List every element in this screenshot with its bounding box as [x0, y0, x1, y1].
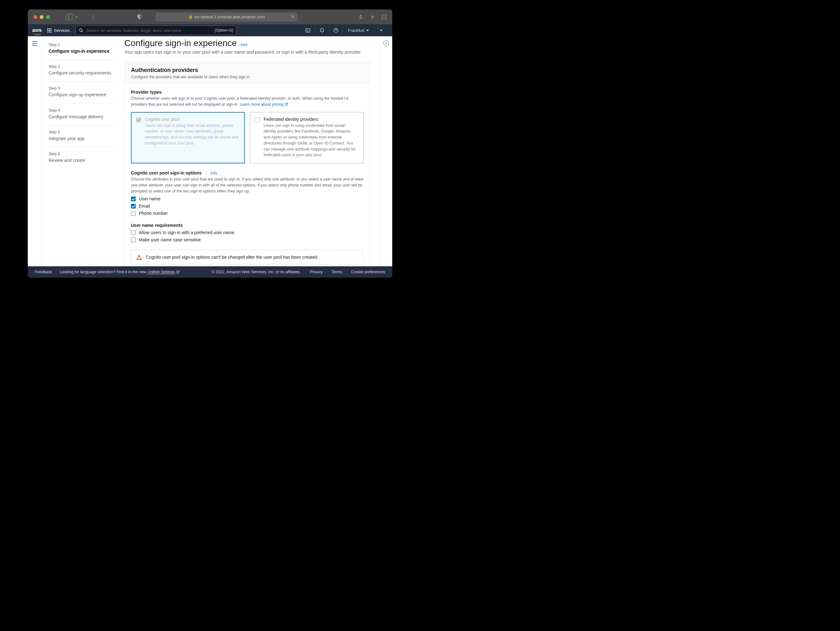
warning-icon: ! — [136, 255, 142, 260]
close-window-button[interactable] — [33, 15, 37, 19]
lock-icon: 🔒 — [188, 15, 193, 19]
tile-desc: Users can sign in using credentials from… — [264, 123, 358, 158]
page-subtitle: Your app users can sign in to your user … — [124, 49, 370, 55]
checkbox-phone[interactable]: Phone number — [131, 211, 363, 216]
sidebar-toggle-icon[interactable] — [66, 14, 73, 20]
page-info-link[interactable]: Info — [240, 42, 247, 47]
checkbox-username[interactable]: User name — [131, 196, 363, 201]
nav-forward-button: 〉 — [98, 13, 104, 21]
wizard-step-1[interactable]: Step 1 Configure sign-in experience — [49, 38, 115, 60]
reload-icon[interactable]: ⟳ — [291, 14, 294, 19]
search-input[interactable] — [86, 28, 212, 33]
wizard-step-2: Step 2 Configure security requirements — [49, 60, 115, 81]
wizard-steps: Step 1 Configure sign-in experience Step… — [49, 36, 124, 266]
provider-types-desc: Choose whether users will sign in to you… — [131, 96, 363, 107]
unified-settings-link[interactable]: Unified Settings — [147, 270, 180, 274]
address-bar-url: eu-central-1.console.aws.amazon.com — [195, 14, 265, 19]
checkbox-label: Make user name case sensitive — [139, 237, 201, 242]
copyright-text: © 2022, Amazon Web Services, Inc. or its… — [212, 270, 301, 274]
region-label: Frankfurt — [348, 28, 365, 33]
checkbox-label: Email — [139, 203, 150, 208]
warning-alert: ! Cognito user pool sign-in options can'… — [131, 250, 363, 264]
auth-providers-panel: Authentication providers Configure the p… — [124, 62, 370, 266]
language-hint: Looking for language selection? Find it … — [60, 270, 180, 274]
feedback-link[interactable]: Feedback — [35, 270, 52, 274]
help-button[interactable] — [329, 24, 343, 36]
signin-info-link[interactable]: Info — [210, 171, 218, 175]
username-requirements-title: User name requirements — [131, 223, 363, 228]
checkbox-icon — [131, 238, 136, 242]
chevron-down-icon — [366, 30, 369, 31]
tile-title: Federated identity providers — [264, 117, 358, 122]
signin-options-desc: Choose the attributes in your user pool … — [131, 177, 363, 194]
checkbox-icon — [136, 117, 141, 122]
warning-text: Cognito user pool sign-in options can't … — [146, 255, 318, 260]
cookie-preferences-link[interactable]: Cookie preferences — [351, 270, 385, 274]
checkbox-icon — [131, 197, 136, 201]
services-menu-button[interactable]: Services — [47, 28, 70, 33]
fullscreen-window-button[interactable] — [46, 15, 50, 19]
chevron-down-icon — [380, 30, 382, 31]
share-icon[interactable] — [358, 14, 363, 20]
checkbox-icon — [131, 211, 136, 216]
search-bar[interactable]: [Option+S] — [76, 25, 236, 35]
checkbox-preferred-username[interactable]: Allow users to sign in with a preferred … — [131, 230, 363, 235]
external-link-icon — [285, 102, 288, 106]
right-rail: i — [380, 36, 392, 266]
help-panel-toggle[interactable]: i — [384, 40, 389, 46]
terms-link[interactable]: Terms — [332, 270, 343, 274]
new-tab-button[interactable]: + — [371, 13, 374, 21]
wizard-step-3: Step 3 Configure sign-up experience — [49, 81, 115, 103]
cloudshell-button[interactable] — [301, 24, 315, 36]
checkbox-case-sensitive[interactable]: Make user name case sensitive — [131, 237, 363, 242]
panel-desc: Configure the providers that are availab… — [131, 75, 363, 79]
aws-logo[interactable]: aws — [32, 27, 42, 33]
checkbox-label: User name — [139, 196, 160, 201]
services-label: Services — [54, 28, 70, 33]
tile-title: Cognito user pool — [145, 117, 240, 122]
search-shortcut-hint: [Option+S] — [215, 28, 233, 33]
page-content: Step 1 Configure sign-in experience Step… — [28, 36, 392, 266]
svg-point-0 — [79, 28, 82, 31]
tab-overview-icon[interactable] — [382, 14, 387, 20]
panel-title: Authentication providers — [131, 67, 363, 74]
signin-options-title: Cognito user pool sign-in options | Info — [131, 170, 363, 175]
provider-tile-cognito[interactable]: Cognito user pool Users can sign in usin… — [131, 112, 245, 164]
wizard-step-4: Step 4 Configure message delivery — [49, 104, 115, 125]
provider-tile-federated[interactable]: Federated identity providers Users can s… — [250, 112, 364, 164]
wizard-step-5: Step 5 Integrate your app — [49, 125, 115, 147]
apps-grid-icon — [47, 28, 51, 33]
page-title: Configure sign-in experience Info — [124, 38, 370, 48]
svg-rect-1 — [306, 28, 310, 32]
privacy-link[interactable]: Privacy — [310, 270, 323, 274]
address-bar[interactable]: 🔒 eu-central-1.console.aws.amazon.com ⟳ — [156, 13, 298, 22]
mac-titlebar: ▼ 〈 〉 🔒 eu-central-1.console.aws.amazon.… — [28, 9, 392, 24]
main-area: Configure sign-in experience Info Your a… — [124, 36, 380, 266]
checkbox-icon — [131, 230, 136, 235]
pricing-link[interactable]: Learn more about pricing — [240, 102, 288, 107]
left-rail — [28, 36, 42, 266]
wizard-step-6: Step 6 Review and create — [49, 147, 115, 169]
region-selector[interactable]: Frankfurt — [343, 24, 374, 36]
chevron-down-icon[interactable]: ▼ — [75, 15, 79, 19]
nav-back-button[interactable]: 〈 — [88, 13, 95, 21]
account-menu[interactable] — [374, 24, 388, 36]
checkbox-icon — [131, 204, 136, 208]
aws-nav-bar: aws Services [Option+S] Frankfurt — [28, 24, 392, 36]
provider-types-title: Provider types — [131, 90, 363, 95]
notifications-button[interactable] — [315, 24, 329, 36]
tile-desc: Users can sign in using their email addr… — [145, 123, 240, 147]
browser-window: ▼ 〈 〉 🔒 eu-central-1.console.aws.amazon.… — [28, 9, 392, 278]
checkbox-label: Phone number — [139, 211, 168, 216]
checkbox-label: Allow users to sign in with a preferred … — [139, 230, 234, 235]
footer-bar: Feedback Looking for language selection?… — [28, 266, 392, 278]
checkbox-email[interactable]: Email — [131, 203, 363, 208]
checkbox-icon — [255, 117, 260, 122]
search-icon — [79, 28, 84, 33]
external-link-icon — [176, 270, 180, 274]
privacy-shield-icon[interactable] — [137, 14, 142, 20]
minimize-window-button[interactable] — [40, 15, 44, 19]
hamburger-menu-button[interactable] — [32, 41, 37, 46]
